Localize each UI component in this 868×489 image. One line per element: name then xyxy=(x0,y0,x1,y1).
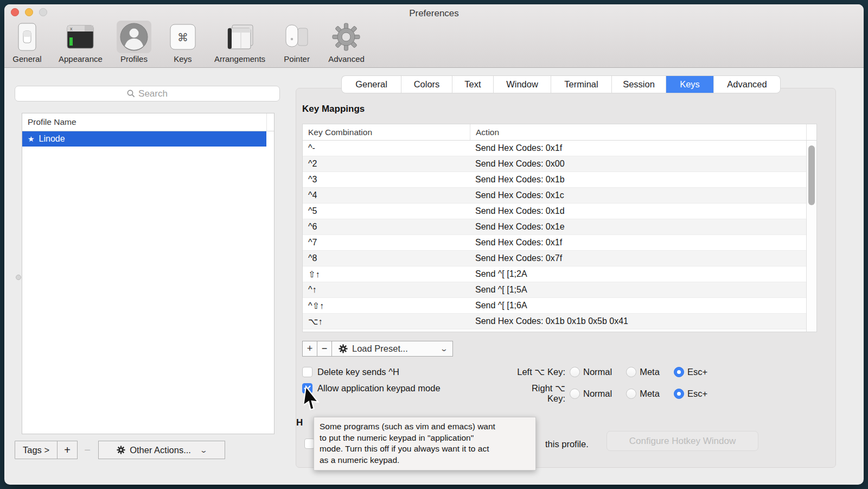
keys-command-icon: ⌘ xyxy=(169,23,196,50)
left-option-key-row: Left ⌥ Key: Normal Meta Esc+ xyxy=(513,367,707,377)
radio-icon[interactable] xyxy=(570,389,580,399)
tooltip-line: to put the numeric keypad in "applicatio… xyxy=(320,433,530,444)
key-mapping-row[interactable]: ^6 Send Hex Codes: 0x1e xyxy=(303,219,816,235)
toolbar-label: Keys xyxy=(174,54,192,63)
key-mapping-row[interactable]: ⇧↑ Send ^[ [1;2A xyxy=(303,266,816,282)
key-mapping-row[interactable]: ^5 Send Hex Codes: 0x1d xyxy=(303,204,816,219)
tooltip-line: as a numeric keypad. xyxy=(320,455,530,466)
gear-icon xyxy=(339,344,348,353)
profiles-person-icon xyxy=(120,23,148,51)
checkbox-label: Delete key sends ^H xyxy=(317,367,399,377)
key-table-header: Key Combination Action xyxy=(303,124,816,141)
toolbar-label: General xyxy=(12,54,41,63)
advanced-gear-icon xyxy=(332,23,360,51)
toolbar-label: Appearance xyxy=(59,54,103,63)
window-title: Preferences xyxy=(4,8,864,19)
tab-keys[interactable]: Keys xyxy=(666,76,714,93)
column-action[interactable]: Action xyxy=(470,124,806,140)
traffic-lights xyxy=(11,8,47,16)
configure-hotkey-window-button-disabled: Configure Hotkey Window xyxy=(607,431,758,451)
tab-window[interactable]: Window xyxy=(494,76,551,93)
key-mapping-row[interactable]: ^7 Send Hex Codes: 0x1f xyxy=(303,235,816,251)
radio-esc-selected[interactable]: Esc+ xyxy=(674,367,707,377)
add-key-mapping-button[interactable]: + xyxy=(302,341,317,357)
preferences-window: Preferences General xyxy=(4,4,864,485)
column-key-combination[interactable]: Key Combination xyxy=(303,124,470,140)
key-mapping-row[interactable]: ^- Send Hex Codes: 0x1f xyxy=(303,141,816,156)
key-mapping-row[interactable]: ^3 Send Hex Codes: 0x1b xyxy=(303,172,816,188)
key-mappings-heading: Key Mappings xyxy=(302,104,365,115)
profile-name-column-label: Profile Name xyxy=(28,117,76,127)
tab-terminal[interactable]: Terminal xyxy=(551,76,612,93)
svg-text:x: x xyxy=(70,26,73,31)
tab-text[interactable]: Text xyxy=(452,76,494,93)
minimize-button[interactable] xyxy=(25,8,33,16)
pane-splitter-handle[interactable] xyxy=(16,275,21,280)
remove-key-mapping-button[interactable]: − xyxy=(317,341,332,357)
radio-selected-icon[interactable] xyxy=(674,367,684,377)
key-mapping-row[interactable]: ^2 Send Hex Codes: 0x00 xyxy=(303,156,816,172)
key-mapping-row[interactable]: ^8 Send Hex Codes: 0x7f xyxy=(303,251,816,266)
tab-general[interactable]: General xyxy=(342,76,401,93)
tab-session[interactable]: Session xyxy=(612,76,666,93)
remove-profile-button-disabled: − xyxy=(78,441,97,459)
radio-normal[interactable]: Normal xyxy=(570,389,612,399)
profile-tabs: General Colors Text Window Terminal Sess… xyxy=(342,76,780,93)
other-actions-label: Other Actions... xyxy=(130,445,191,455)
radio-icon[interactable] xyxy=(626,367,636,377)
titlebar: Preferences General xyxy=(4,4,864,68)
toolbar-item-arrangements[interactable]: Arrangements xyxy=(214,21,265,63)
radio-icon[interactable] xyxy=(570,367,580,377)
scrollbar-thumb[interactable] xyxy=(808,145,815,205)
scrollbar-track[interactable] xyxy=(806,141,816,332)
tab-advanced[interactable]: Advanced xyxy=(714,76,780,93)
radio-icon[interactable] xyxy=(626,389,636,399)
profile-list-header[interactable]: Profile Name xyxy=(22,113,274,131)
svg-text:⌘: ⌘ xyxy=(177,31,188,44)
gear-icon xyxy=(117,446,125,454)
profile-list: Profile Name ★ Linode xyxy=(22,113,275,434)
toolbar-item-general[interactable]: General xyxy=(10,21,44,63)
key-mapping-row[interactable]: ⌥↑ Send Hex Codes: 0x1b 0x1b 0x5b 0x41 xyxy=(303,314,816,329)
key-mapping-row[interactable]: ^⇧↑ Send ^[ [1;6A xyxy=(303,298,816,314)
toolbar-item-pointer[interactable]: Pointer xyxy=(279,21,314,63)
delete-key-sends-checkbox-row[interactable]: Delete key sends ^H xyxy=(302,367,399,377)
load-preset-dropdown[interactable]: Load Preset... ⌄ xyxy=(331,341,453,357)
toolbar-item-keys[interactable]: ⌘ Keys xyxy=(165,21,200,63)
key-mapping-row[interactable]: ^↑ Send ^[ [1;5A xyxy=(303,282,816,298)
toolbar-item-advanced[interactable]: Advanced xyxy=(328,21,365,63)
radio-meta[interactable]: Meta xyxy=(626,389,660,399)
radio-esc-selected[interactable]: Esc+ xyxy=(674,389,707,399)
load-preset-label: Load Preset... xyxy=(352,344,408,354)
left-option-key-label: Left ⌥ Key: xyxy=(513,367,565,377)
profile-row-linode[interactable]: ★ Linode xyxy=(22,131,266,147)
tags-button[interactable]: Tags > xyxy=(15,441,58,459)
radio-meta[interactable]: Meta xyxy=(626,367,660,377)
hotkey-heading-fragment: H xyxy=(296,417,303,428)
column-divider xyxy=(266,113,267,131)
toolbar-item-appearance[interactable]: x Appearance xyxy=(59,21,103,63)
key-mapping-row[interactable]: ^4 Send Hex Codes: 0x1c xyxy=(303,188,816,204)
mouse-cursor xyxy=(304,385,323,415)
sidebar-footer: Tags > + − Other Actions... ⌄ xyxy=(15,441,225,459)
toolbar-label: Advanced xyxy=(328,54,365,63)
general-switch-icon xyxy=(16,22,38,52)
key-mappings-table: Key Combination Action ^- Send Hex Codes… xyxy=(302,124,817,332)
checkbox-unchecked[interactable] xyxy=(302,367,312,377)
search-placeholder: Search xyxy=(138,88,168,99)
tooltip-line: mode. Turn this off if you always want i… xyxy=(320,443,530,455)
hotkey-profile-text: this profile. xyxy=(545,439,589,449)
toolbar-label: Pointer xyxy=(284,54,310,63)
radio-normal[interactable]: Normal xyxy=(570,367,612,377)
other-actions-dropdown[interactable]: Other Actions... ⌄ xyxy=(98,441,225,459)
tab-colors[interactable]: Colors xyxy=(401,76,452,93)
close-button[interactable] xyxy=(11,8,19,16)
toolbar-item-profiles[interactable]: Profiles xyxy=(117,21,151,63)
radio-selected-icon[interactable] xyxy=(674,389,684,399)
tooltip-line: Some programs (such as vim and emacs) wa… xyxy=(320,421,530,433)
search-input[interactable]: Search xyxy=(15,86,280,101)
preferences-toolbar: General x Appearance xyxy=(10,21,365,63)
header-spacer xyxy=(806,124,816,140)
appearance-window-icon: x xyxy=(66,24,94,49)
add-profile-button[interactable]: + xyxy=(57,441,78,459)
